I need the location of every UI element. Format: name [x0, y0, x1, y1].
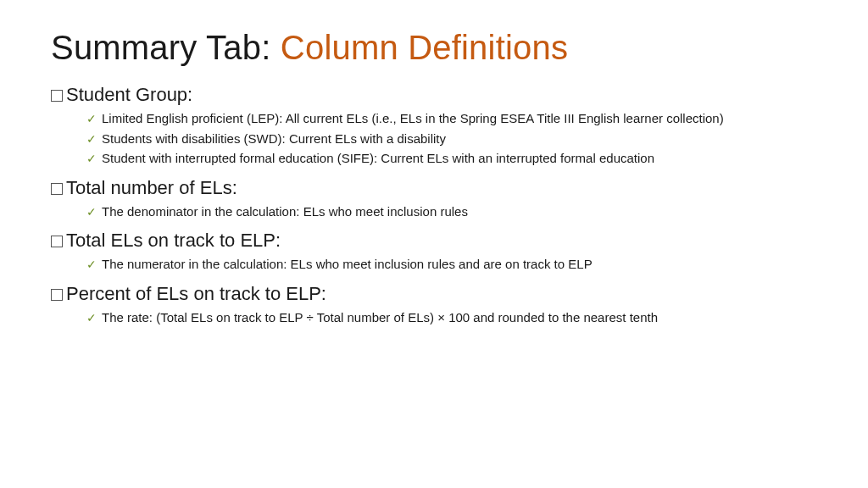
check-icon: ✓ [86, 203, 97, 221]
section-header: Total number of ELs: [51, 177, 817, 199]
list-item-text: Limited English proficient (LEP): All cu… [102, 109, 724, 129]
list-item: ✓ The numerator in the calculation: ELs … [86, 255, 817, 274]
section-header: Student Group: [51, 84, 817, 106]
list-item: ✓ Students with disabilities (SWD): Curr… [86, 130, 817, 149]
list-item: ✓ Student with interrupted formal educat… [86, 149, 817, 169]
list-item: ✓ The denominator in the calculation: EL… [86, 202, 817, 222]
check-icon: ✓ [86, 256, 97, 274]
section-header-text: Student Group: [66, 84, 192, 106]
section-header: Total ELs on track to ELP: [51, 230, 817, 252]
section-header: Percent of ELs on track to ELP: [51, 283, 817, 305]
sub-list: ✓ Limited English proficient (LEP): All … [51, 109, 817, 169]
section-total-number: Total number of ELs: ✓ The denominator i… [51, 177, 817, 222]
slide-title: Summary Tab: Column Definitions [51, 29, 817, 67]
square-bullet-icon [51, 90, 63, 102]
sub-list: ✓ The denominator in the calculation: EL… [51, 202, 817, 222]
square-bullet-icon [51, 236, 63, 247]
square-bullet-icon [51, 289, 63, 301]
list-item: ✓ Limited English proficient (LEP): All … [86, 109, 817, 129]
section-header-text: Total number of ELs: [66, 177, 237, 199]
title-part-dark: Summary Tab: [51, 29, 281, 66]
section-header-text: Total ELs on track to ELP: [66, 230, 281, 252]
check-icon: ✓ [86, 309, 97, 327]
list-item-text: The rate: (Total ELs on track to ELP ÷ T… [102, 308, 658, 328]
section-student-group: Student Group: ✓ Limited English profici… [51, 84, 817, 169]
square-bullet-icon [51, 183, 63, 195]
list-item-text: Students with disabilities (SWD): Curren… [102, 130, 446, 149]
check-icon: ✓ [86, 110, 97, 128]
sub-list: ✓ The rate: (Total ELs on track to ELP ÷… [51, 308, 817, 328]
list-item-text: The numerator in the calculation: ELs wh… [102, 255, 593, 274]
sub-list: ✓ The numerator in the calculation: ELs … [51, 255, 817, 274]
section-percent-on-track: Percent of ELs on track to ELP: ✓ The ra… [51, 283, 817, 328]
section-total-on-track: Total ELs on track to ELP: ✓ The numerat… [51, 230, 817, 274]
check-icon: ✓ [86, 150, 97, 168]
list-item-text: Student with interrupted formal educatio… [102, 149, 654, 169]
check-icon: ✓ [86, 130, 97, 148]
section-header-text: Percent of ELs on track to ELP: [66, 283, 326, 305]
title-part-orange: Column Definitions [281, 29, 568, 66]
list-item: ✓ The rate: (Total ELs on track to ELP ÷… [86, 308, 817, 328]
list-item-text: The denominator in the calculation: ELs … [102, 202, 468, 222]
